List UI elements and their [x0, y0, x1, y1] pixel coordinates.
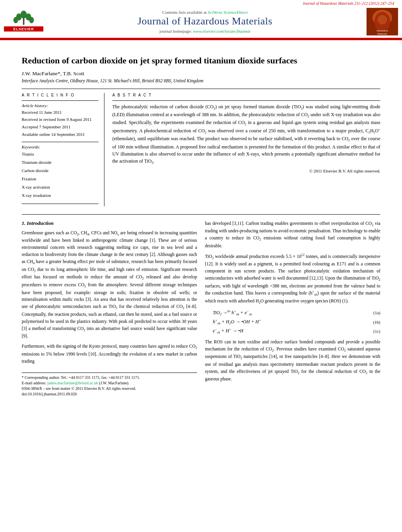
intro-para-1: Greenhouse gases such as CO2, CH4, CFCs … [22, 230, 197, 340]
keyword-4: Fixation [22, 175, 99, 183]
keyword-2: Titanium dioxide [22, 158, 99, 167]
equation-number-1a: (1a) [368, 310, 380, 315]
footnote-issn: 0304-3894/$ – see front matter © 2011 El… [22, 386, 197, 391]
equations-block: TiO2 →hν h+vb + e−cb (1a) h+vb + H2O → •… [205, 310, 380, 335]
equation-row-1b: h+vb + H2O → •OH + H+ (1b) [205, 319, 380, 325]
svg-text:ELSEVIER: ELSEVIER [13, 27, 34, 31]
svg-point-5 [29, 17, 34, 23]
sciverse-text: Contents lists available at SciVerse Sci… [47, 10, 363, 15]
equation-number-1b: (1b) [368, 320, 380, 324]
article-info-header: A R T I C L E I N F O [22, 93, 99, 97]
svg-text:Hazardous: Hazardous [376, 30, 388, 32]
keyword-6: X-ray irradiation [22, 191, 99, 200]
svg-rect-6 [23, 18, 24, 25]
article-info-abstract: A R T I C L E I N F O Article history: R… [22, 89, 380, 206]
svg-point-12 [378, 15, 387, 24]
journal-header: Journal of Hazardous Materials 211–212 (… [0, 0, 402, 40]
footnote-corresponding: * Corresponding author. Tel.: +44 0117 3… [22, 375, 197, 380]
main-body: 1. Introduction Greenhouse gases such as… [22, 214, 380, 398]
article-dates: Received 11 June 2011 Received in revise… [22, 109, 99, 138]
sciverse-link[interactable]: SciVerse ScienceDirect [208, 10, 248, 15]
equation-1b: h+vb + H2O → •OH + H+ [205, 319, 368, 325]
history-label: Article history: [22, 103, 99, 108]
article-info-col: A R T I C L E I N F O Article history: R… [22, 93, 104, 206]
page-content: Reduction of carbon dioxide on jet spray… [0, 40, 402, 409]
keyword-5: X-ray activation [22, 183, 99, 191]
abstract-header: A B S T R A C T [112, 93, 380, 97]
right-para-3: The ROS can in turn oxidise and reduce s… [205, 339, 380, 383]
affiliation: Interface Analysis Centre, Oldbury House… [22, 78, 380, 83]
svg-point-4 [13, 17, 18, 23]
body-right: has developed [3,11]. Carbon trading ena… [205, 220, 380, 398]
keyword-3: Carbon dioxide [22, 167, 99, 175]
journal-title-main: Journal of Hazardous Materials [47, 15, 363, 27]
keywords-label: Keywords: [22, 145, 99, 149]
abstract-col: A B S T R A C T The photocatalytic reduc… [112, 93, 380, 206]
equation-1a: TiO2 →hν h+vb + e−cb [205, 310, 368, 316]
article-title: Reduction of carbon dioxide on jet spray… [22, 55, 380, 67]
available-date: Available online 14 September 2011 [22, 131, 99, 138]
abstract-text: The photocatalytic reduction of carbon d… [112, 103, 380, 165]
keyword-1: Titania [22, 150, 99, 158]
header-center: Contents lists available at SciVerse Sci… [47, 10, 363, 33]
body-left: 1. Introduction Greenhouse gases such as… [22, 220, 197, 398]
svg-text:Materials: Materials [378, 33, 387, 35]
footnotes: * Corresponding author. Tel.: +44 0117 3… [22, 373, 197, 396]
authors: J.W. MacFarlane*, T.B. Scott [22, 70, 380, 77]
footnote-email: E-mail address: james.macfarlane@bristol… [22, 381, 197, 385]
footnote-doi: doi:10.1016/j.jhazmat.2011.09.026 [22, 392, 197, 396]
right-para-2: TiO2 worldwide annual production exceeds… [205, 253, 380, 306]
received-revised-date: Received in revised form 9 August 2011 [22, 116, 99, 123]
intro-para-2: Furthermore, with the signing of the Kyo… [22, 343, 197, 365]
homepage-link[interactable]: www.elsevier.com/locate/jhazmat [193, 29, 251, 33]
keywords-list: Titania Titanium dioxide Carbon dioxide … [22, 150, 99, 199]
equation-1c: e−cb + H+ → •H [205, 328, 368, 334]
homepage-bar: journal homepage: www.elsevier.com/locat… [47, 29, 363, 33]
elsevier-logo: ELSEVIER [4, 10, 43, 33]
accepted-date: Accepted 7 September 2011 [22, 123, 99, 131]
journal-id: Journal of Hazardous Materials 211–212 (… [0, 0, 402, 6]
red-stripe [0, 38, 402, 39]
section1-title: 1. Introduction [22, 220, 197, 226]
footnote-email-link[interactable]: james.macfarlane@bristol.ac.uk [47, 381, 98, 385]
copyright-line: © 2011 Elsevier B.V. All rights reserved… [112, 169, 380, 173]
header-main: ELSEVIER Contents lists available at Sci… [0, 6, 402, 38]
equation-row-1c: e−cb + H+ → •H (1c) [205, 328, 380, 334]
received-date: Received 11 June 2011 [22, 109, 99, 116]
journal-logo-right: Hazardous Materials [367, 8, 398, 35]
right-para-1: has developed [3,11]. Carbon trading ena… [205, 220, 380, 250]
equation-number-1c: (1c) [368, 329, 380, 334]
equation-row-1a: TiO2 →hν h+vb + e−cb (1a) [205, 310, 380, 316]
